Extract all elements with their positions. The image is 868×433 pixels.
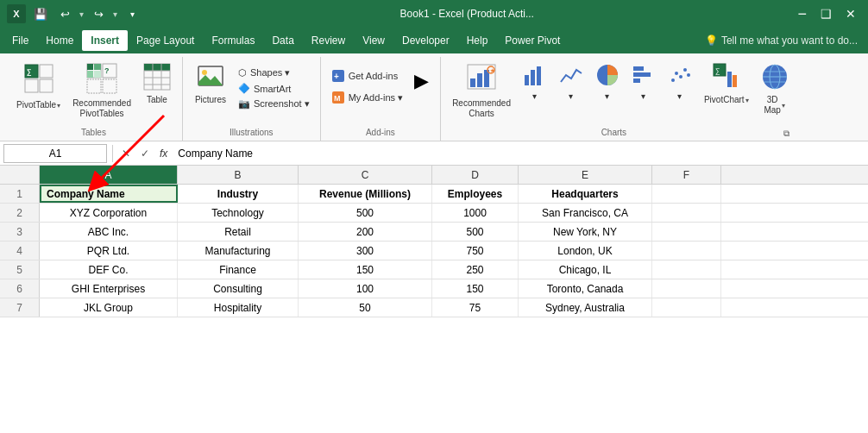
pivot-table-button[interactable]: ∑ PivotTable ▾ (12, 60, 65, 113)
cell-f5[interactable] (652, 260, 721, 279)
confirm-formula-button[interactable]: ✓ (137, 146, 153, 161)
menu-developer[interactable]: Developer (393, 30, 458, 51)
menu-insert[interactable]: Insert (82, 30, 128, 51)
cell-f4[interactable] (652, 242, 721, 260)
bar-chart-dropdown[interactable]: ▾ (641, 91, 645, 102)
cell-a5[interactable]: DEF Co. (40, 260, 178, 279)
cell-d5[interactable]: 250 (432, 260, 519, 279)
tell-me-box[interactable]: 💡 Tell me what you want to do... (698, 35, 865, 47)
cell-a2[interactable]: XYZ Corporation (40, 204, 178, 222)
cell-b3[interactable]: Retail (178, 223, 299, 241)
pivot-chart-dropdown[interactable]: ▾ (745, 97, 749, 104)
screenshot-button[interactable]: 📷 Screenshot ▾ (235, 97, 313, 111)
menu-data[interactable]: Data (263, 30, 302, 51)
cell-e1[interactable]: Headquarters (519, 185, 652, 203)
cell-a4[interactable]: PQR Ltd. (40, 242, 178, 260)
save-button[interactable]: 💾 (31, 4, 50, 23)
tell-me-text[interactable]: Tell me what you want to do... (721, 35, 858, 47)
cell-a6[interactable]: GHI Enterprises (40, 279, 178, 298)
col-header-f[interactable]: F (652, 166, 721, 184)
cell-e3[interactable]: New York, NY (519, 223, 652, 241)
col-header-a[interactable]: A (40, 166, 178, 184)
cell-b1[interactable]: Industry (178, 185, 299, 203)
cell-e5[interactable]: Chicago, IL (519, 260, 652, 279)
cell-b4[interactable]: Manufacturing (178, 242, 299, 260)
customize-button[interactable]: ▾ (123, 4, 142, 23)
menu-file[interactable]: File (3, 30, 37, 51)
menu-page-layout[interactable]: Page Layout (128, 30, 203, 51)
row-num-4[interactable]: 4 (0, 242, 40, 260)
pictures-button[interactable]: Pictures (190, 60, 231, 108)
cell-e2[interactable]: San Francisco, CA (519, 204, 652, 222)
cell-a3[interactable]: ABC Inc. (40, 223, 178, 241)
menu-formulas[interactable]: Formulas (203, 30, 263, 51)
store-button[interactable]: ▶ (410, 67, 433, 95)
charts-dialog-launcher[interactable]: ⧉ (780, 127, 793, 141)
cell-c2[interactable]: 500 (299, 204, 432, 222)
menu-power-pivot[interactable]: Power Pivot (496, 30, 569, 51)
menu-help[interactable]: Help (458, 30, 497, 51)
column-chart-dropdown[interactable]: ▾ (532, 91, 537, 102)
cell-c3[interactable]: 200 (299, 223, 432, 241)
pie-chart-dropdown[interactable]: ▾ (605, 91, 609, 102)
col-header-b[interactable]: B (178, 166, 299, 184)
close-button[interactable]: ✕ (840, 7, 861, 21)
cell-e6[interactable]: Toronto, Canada (519, 279, 652, 298)
col-header-d[interactable]: D (432, 166, 519, 184)
cell-c4[interactable]: 300 (299, 242, 432, 260)
recommended-charts-button[interactable]: ★ RecommendedCharts (448, 60, 515, 122)
shapes-button[interactable]: ⬡ Shapes ▾ (235, 66, 313, 80)
cell-c6[interactable]: 100 (299, 279, 432, 298)
row-num-3[interactable]: 3 (0, 223, 40, 241)
cell-f1[interactable] (652, 185, 721, 203)
scatter-chart-button[interactable]: ▾ (664, 60, 696, 104)
minimize-button[interactable]: − (792, 5, 812, 23)
cell-a7[interactable]: JKL Group (40, 298, 178, 317)
menu-view[interactable]: View (354, 30, 393, 51)
cell-b5[interactable]: Finance (178, 260, 299, 279)
row-num-6[interactable]: 6 (0, 279, 40, 298)
cell-b6[interactable]: Consulting (178, 279, 299, 298)
cell-f2[interactable] (652, 204, 721, 222)
bar-chart-button[interactable]: ▾ (627, 60, 660, 104)
map-3d-dropdown[interactable]: ▾ (782, 102, 785, 110)
cell-c5[interactable]: 150 (299, 260, 432, 279)
pie-chart-button[interactable]: ▾ (591, 60, 624, 104)
cell-f3[interactable] (652, 223, 721, 241)
col-header-e[interactable]: E (519, 166, 652, 184)
menu-review[interactable]: Review (303, 30, 354, 51)
cell-c1[interactable]: Revenue (Millions) (299, 185, 432, 203)
pivot-table-dropdown[interactable]: ▾ (57, 102, 60, 110)
scatter-chart-dropdown[interactable]: ▾ (677, 91, 682, 102)
map-3d-button[interactable]: 3DMap ▾ (757, 60, 793, 118)
cell-b2[interactable]: Technology (178, 204, 299, 222)
smart-art-button[interactable]: 🔷 SmartArt (235, 81, 313, 96)
line-chart-dropdown[interactable]: ▾ (569, 91, 573, 102)
recommended-pivot-tables-button[interactable]: ? RecommendedPivotTables (68, 60, 135, 122)
undo-dropdown[interactable]: ▾ (79, 9, 84, 19)
get-add-ins-button[interactable]: + Get Add-ins (328, 67, 406, 85)
menu-home[interactable]: Home (37, 30, 82, 51)
cell-c7[interactable]: 50 (299, 298, 432, 317)
cell-d4[interactable]: 750 (432, 242, 519, 260)
cell-d6[interactable]: 150 (432, 279, 519, 298)
cell-e4[interactable]: London, UK (519, 242, 652, 260)
undo-button[interactable]: ↩ (55, 4, 74, 23)
table-button[interactable]: Table (139, 60, 175, 108)
redo-button[interactable]: ↪ (89, 4, 108, 23)
row-num-2[interactable]: 2 (0, 204, 40, 222)
pivot-chart-button[interactable]: ∑ PivotChart ▾ (700, 60, 753, 108)
my-add-ins-button[interactable]: M My Add-ins ▾ (328, 89, 406, 106)
formula-input[interactable] (174, 147, 865, 160)
cell-f6[interactable] (652, 279, 721, 298)
row-num-7[interactable]: 7 (0, 298, 40, 317)
row-num-5[interactable]: 5 (0, 260, 40, 279)
cell-f7[interactable] (652, 298, 721, 317)
cell-a1[interactable]: Company Name (40, 185, 178, 203)
cell-d1[interactable]: Employees (432, 185, 519, 203)
cell-e7[interactable]: Sydney, Australia (519, 298, 652, 317)
column-chart-button[interactable]: ▾ (519, 60, 551, 104)
col-header-c[interactable]: C (299, 166, 432, 184)
line-chart-button[interactable]: ▾ (555, 60, 588, 104)
redo-dropdown[interactable]: ▾ (113, 9, 117, 19)
